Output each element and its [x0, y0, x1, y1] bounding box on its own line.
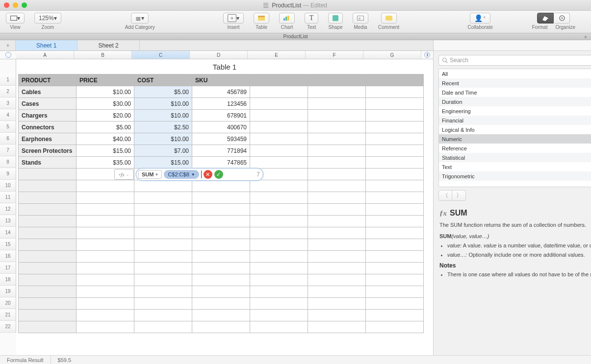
header-price[interactable]: PRICE [77, 74, 134, 86]
cell[interactable] [77, 192, 134, 204]
row-header-18[interactable]: 18 [0, 274, 16, 286]
cell[interactable] [250, 86, 308, 98]
cell[interactable] [366, 286, 424, 298]
row-header-14[interactable]: 14 [0, 227, 16, 239]
add-sheet-button[interactable]: ＋ [0, 40, 16, 50]
cell[interactable] [192, 321, 250, 333]
cell[interactable] [134, 180, 192, 192]
cell[interactable]: $2.50 [134, 121, 192, 133]
cell[interactable] [308, 145, 366, 157]
cell[interactable] [19, 169, 77, 180]
cell[interactable] [19, 227, 77, 239]
cell[interactable] [19, 204, 77, 216]
cell[interactable] [366, 110, 424, 121]
cell[interactable] [250, 98, 308, 110]
cell[interactable] [250, 251, 308, 263]
cell[interactable]: $5.00 [77, 121, 134, 133]
cell[interactable] [308, 286, 366, 298]
cell[interactable]: 456789 [192, 86, 250, 98]
cell[interactable] [366, 274, 424, 286]
row-header-8[interactable]: 8 [0, 156, 16, 168]
cell[interactable] [250, 145, 308, 157]
cell[interactable] [366, 239, 424, 251]
cell[interactable] [134, 216, 192, 227]
cell[interactable] [366, 169, 424, 180]
row-header-16[interactable]: 16 [0, 250, 16, 262]
cell[interactable] [308, 98, 366, 110]
row-header-6[interactable]: 6 [0, 133, 16, 145]
function-category-item[interactable]: Financial▸ [439, 116, 591, 125]
reference-token[interactable]: C$2:C$8▼ [164, 170, 199, 179]
cell[interactable] [192, 298, 250, 310]
cell[interactable]: $35.00 [77, 157, 134, 169]
cell[interactable]: $10.00 [77, 86, 134, 98]
cell[interactable] [77, 274, 134, 286]
cell[interactable] [308, 204, 366, 216]
cell[interactable]: $20.00 [77, 110, 134, 121]
cell[interactable] [19, 286, 77, 298]
cancel-formula-button[interactable]: ✕ [204, 170, 212, 179]
col-header-A[interactable]: A [16, 51, 74, 59]
cell[interactable]: $15.00 [77, 145, 134, 157]
row-header-3[interactable]: 3 [0, 97, 16, 109]
function-category-item[interactable]: Numeric▸ [439, 134, 591, 144]
cell[interactable] [250, 110, 308, 121]
function-category-item[interactable]: Text▸ [439, 162, 591, 171]
organize-button[interactable] [555, 13, 570, 24]
col-header-E[interactable]: E [248, 51, 306, 59]
cell[interactable]: Cases [19, 98, 77, 110]
cell[interactable] [192, 286, 250, 298]
row-header-10[interactable]: 10 [0, 180, 16, 192]
cell[interactable]: 678901 [192, 110, 250, 121]
cell[interactable] [308, 216, 366, 227]
nav-back-button[interactable]: 〈 [438, 190, 452, 201]
sheet-tab-2[interactable]: Sheet 2 [77, 40, 139, 50]
cell[interactable]: 123456 [192, 98, 250, 110]
row-header-7[interactable]: 7 [0, 145, 16, 156]
cell[interactable] [250, 133, 308, 145]
cell[interactable] [366, 204, 424, 216]
cell[interactable] [19, 216, 77, 227]
cell[interactable] [308, 239, 366, 251]
cell[interactable] [308, 227, 366, 239]
zoom-button[interactable]: 125% ▾ [34, 13, 61, 24]
cell[interactable]: 771894 [192, 145, 250, 157]
add-document-button[interactable]: ＋ [582, 33, 589, 40]
cell[interactable] [77, 263, 134, 274]
row-header-9[interactable]: 9 [0, 168, 16, 180]
cell[interactable] [308, 263, 366, 274]
cell[interactable] [77, 310, 134, 321]
cell[interactable] [192, 180, 250, 192]
cell[interactable] [192, 204, 250, 216]
row-header-13[interactable]: 13 [0, 215, 16, 227]
function-category-item[interactable]: Logical & Info▸ [439, 125, 591, 134]
cell[interactable] [77, 321, 134, 333]
cell[interactable]: Earphones [19, 133, 77, 145]
cell[interactable] [308, 121, 366, 133]
row-header-4[interactable]: 4 [0, 109, 16, 121]
cell[interactable] [134, 192, 192, 204]
cell[interactable]: Connectors [19, 121, 77, 133]
cell[interactable] [19, 321, 77, 333]
cell[interactable] [366, 145, 424, 157]
cell[interactable] [250, 274, 308, 286]
fx-indicator[interactable]: fx⌄ [114, 169, 134, 180]
media-button[interactable] [353, 13, 368, 24]
cell[interactable] [77, 227, 134, 239]
row-header-2[interactable]: 2 [0, 86, 16, 97]
cell[interactable] [134, 321, 192, 333]
cell[interactable] [250, 227, 308, 239]
cell[interactable] [77, 216, 134, 227]
formula-input[interactable]: SUM▼ C$2:C$8▼ ✕ ✓ 7 [136, 168, 263, 181]
cell[interactable] [77, 286, 134, 298]
cell[interactable] [366, 86, 424, 98]
cell[interactable]: 747865 [192, 157, 250, 169]
sheet-tab-1[interactable]: Sheet 1 [16, 40, 77, 50]
scroll-pause-button[interactable] [421, 51, 433, 59]
cell[interactable] [134, 251, 192, 263]
cell[interactable] [366, 263, 424, 274]
comment-button[interactable] [381, 13, 397, 24]
cell[interactable] [77, 239, 134, 251]
cell[interactable] [77, 180, 134, 192]
cell[interactable] [250, 239, 308, 251]
